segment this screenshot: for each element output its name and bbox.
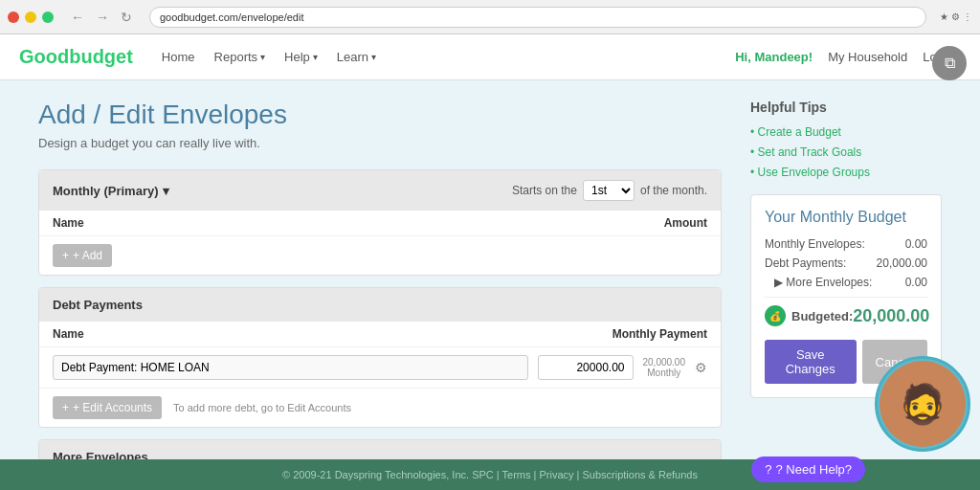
edit-accounts-button[interactable]: + + Edit Accounts [53, 396, 162, 419]
maximize-btn[interactable] [42, 11, 54, 23]
day-select[interactable]: 1st 2nd 3rd 15th [583, 180, 635, 201]
monthly-dropdown-icon: ▾ [163, 184, 169, 198]
budgeted-row: 💰 Budgeted: 20,000.00 [765, 305, 927, 326]
nav-right: Hi, Mandeep! My Household Logout [735, 50, 961, 64]
budgeted-amount: 20,000.00 [853, 306, 929, 326]
budget-card-title: Your Monthly Budget [765, 209, 927, 226]
reload-button[interactable]: ↻ [117, 8, 136, 27]
starts-on: Starts on the 1st 2nd 3rd 15th of the mo… [512, 180, 707, 201]
add-debt-note: To add more debt, go to Edit Accounts [173, 402, 351, 413]
help-chevron: ▾ [313, 52, 318, 62]
monthly-section: Monthly (Primary) ▾ Starts on the 1st 2n… [38, 169, 722, 276]
gear-icon[interactable]: ⚙ [695, 360, 707, 375]
avatar-face: 🧔 [880, 361, 966, 447]
more-envelopes-label: ▶ More Envelopes: [774, 276, 872, 289]
browser-icons: ★ ⚙ ⋮ [940, 11, 972, 22]
monthly-envelopes-value: 0.00 [905, 237, 927, 251]
debt-row: 20,000.00 Monthly ⚙ [39, 347, 721, 389]
logo[interactable]: Goodbudget [19, 46, 133, 68]
debt-footer: + + Edit Accounts To add more debt, go t… [39, 389, 721, 427]
debt-col-payment: Monthly Payment [612, 327, 707, 341]
nav-home[interactable]: Home [162, 50, 195, 64]
debt-cols: Name Monthly Payment [39, 322, 721, 347]
tips-list: Create a Budget Set and Track Goals Use … [750, 124, 942, 179]
edit-accounts-plus-icon: + [62, 401, 69, 414]
debt-payments-label: Debt Payments: [765, 256, 846, 270]
page-title: Add / Edit Envelopes [38, 100, 722, 130]
debt-section: Debt Payments Name Monthly Payment 20,00… [38, 287, 722, 428]
footer-text: © 2009-21 Dayspring Technologies, Inc. S… [282, 469, 698, 480]
monthly-title[interactable]: Monthly (Primary) ▾ [53, 184, 169, 198]
household-link[interactable]: My Household [828, 50, 907, 64]
reports-chevron: ▾ [260, 52, 265, 62]
nav-help[interactable]: Help ▾ [284, 50, 318, 64]
user-greeting: Hi, Mandeep! [735, 50, 813, 64]
budgeted-label: 💰 Budgeted: [765, 305, 853, 326]
tips-section: Helpful Tips Create a Budget Set and Tra… [750, 100, 942, 179]
close-btn[interactable] [8, 11, 19, 23]
avatar-bubble: 🧔 [875, 356, 970, 452]
debt-col-name: Name [53, 327, 84, 341]
debt-header: Debt Payments [39, 288, 721, 322]
page-subtitle: Design a budget you can really live with… [38, 136, 722, 150]
nav-learn[interactable]: Learn ▾ [337, 50, 376, 64]
monthly-cols: Name Amount [39, 211, 721, 236]
nav-reports[interactable]: Reports ▾ [214, 50, 266, 64]
tip-envelope-groups[interactable]: Use Envelope Groups [750, 166, 870, 179]
monthly-envelopes-label: Monthly Envelopes: [765, 237, 865, 251]
navbar: Goodbudget Home Reports ▾ Help ▾ Learn ▾… [0, 34, 980, 80]
more-envelopes-value: 0.00 [905, 276, 927, 289]
debt-info: 20,000.00 Monthly [643, 357, 686, 378]
help-label: ? Need Help? [776, 462, 853, 477]
tips-title: Helpful Tips [750, 100, 942, 115]
forward-button[interactable]: → [92, 8, 113, 27]
budget-icon: 💰 [765, 305, 786, 326]
more-envelopes-row: ▶ More Envelopes: 0.00 [765, 276, 927, 289]
plus-icon: + [62, 249, 69, 262]
add-envelope-button[interactable]: + + Add [53, 244, 112, 267]
tip-track-goals[interactable]: Set and Track Goals [750, 145, 861, 159]
debt-payments-value: 20,000.00 [877, 256, 927, 270]
back-button[interactable]: ← [67, 8, 88, 27]
budget-divider [765, 297, 927, 298]
debt-amount-input[interactable] [538, 355, 634, 380]
debt-title: Debt Payments [53, 298, 143, 312]
url-text: goodbudget.com/envelope/edit [160, 11, 303, 23]
tip-create-budget[interactable]: Create a Budget [750, 125, 841, 139]
monthly-header: Monthly (Primary) ▾ Starts on the 1st 2n… [39, 170, 721, 211]
debt-payments-row: Debt Payments: 20,000.00 [765, 256, 927, 270]
main-content: Add / Edit Envelopes Design a budget you… [0, 80, 980, 490]
help-button[interactable]: ? ? Need Help? [751, 457, 865, 482]
left-panel: Add / Edit Envelopes Design a budget you… [38, 100, 722, 490]
save-changes-button[interactable]: Save Changes [765, 340, 857, 384]
col-name: Name [53, 216, 84, 230]
address-bar[interactable]: goodbudget.com/envelope/edit [149, 7, 926, 28]
minimize-btn[interactable] [25, 11, 36, 23]
browser-bar: ← → ↻ goodbudget.com/envelope/edit ★ ⚙ ⋮ [0, 0, 980, 34]
monthly-envelopes-row: Monthly Envelopes: 0.00 [765, 237, 927, 251]
col-amount: Amount [664, 216, 707, 230]
debt-name-input[interactable] [53, 355, 528, 380]
nav-links: Home Reports ▾ Help ▾ Learn ▾ [162, 50, 735, 64]
learn-chevron: ▾ [371, 52, 376, 62]
screen-share-icon[interactable]: ⧉ [932, 46, 967, 80]
help-icon: ? [765, 462, 771, 477]
